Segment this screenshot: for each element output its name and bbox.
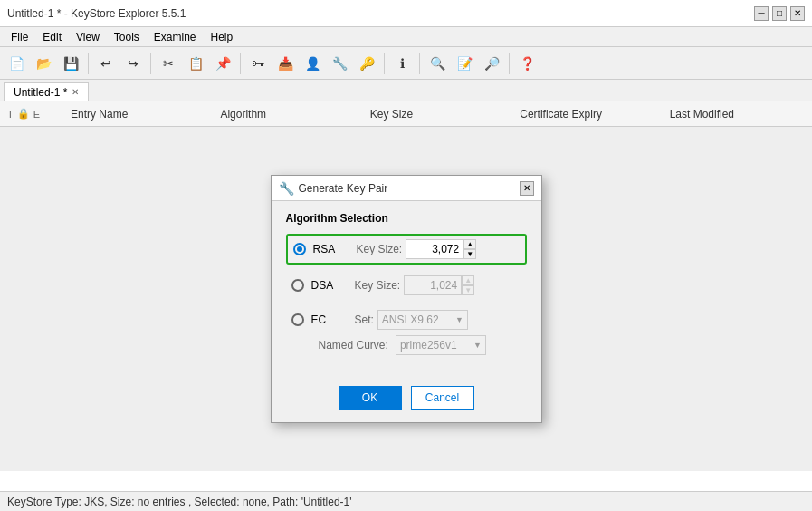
algo-label-ec: EC (311, 313, 348, 326)
dsa-key-size-field: ▲ ▼ (404, 275, 474, 295)
password-button[interactable]: 🔑 (354, 51, 379, 76)
title-bar: Untitled-1 * - KeyStore Explorer 5.5.1 ─… (0, 0, 812, 27)
menu-help[interactable]: Help (204, 29, 241, 45)
separator-6 (509, 53, 510, 74)
menu-edit[interactable]: Edit (35, 29, 69, 45)
separator-1 (88, 53, 89, 74)
generate-button[interactable]: 🔧 (327, 51, 352, 76)
ok-button[interactable]: OK (339, 386, 402, 410)
radio-ec[interactable] (291, 313, 304, 326)
algo-row-dsa[interactable]: DSA Key Size: ▲ ▼ (286, 272, 527, 299)
copy-button[interactable]: 📋 (183, 51, 208, 76)
keystore-button[interactable]: 🗝 (245, 51, 271, 76)
ec-named-curve-dropdown: prime256v1 ▼ (392, 335, 486, 355)
ec-named-curve-row: Named Curve: prime256v1 ▼ (311, 335, 486, 355)
dsa-spin-buttons: ▲ ▼ (462, 275, 474, 295)
minimize-button[interactable]: ─ (754, 6, 769, 21)
tab-label: Untitled-1 * (14, 86, 67, 99)
algo-label-rsa: RSA (313, 243, 349, 256)
tab-close-icon[interactable]: ✕ (72, 87, 79, 97)
ec-named-curve-value: prime256v1 (400, 339, 457, 352)
radio-rsa[interactable] (293, 243, 306, 256)
rsa-spin-buttons: ▲ ▼ (463, 239, 476, 259)
undo-button[interactable]: ↩ (93, 51, 119, 76)
menu-examine[interactable]: Examine (147, 29, 204, 45)
separator-2 (150, 53, 151, 74)
col-expiry: Certificate Expiry (512, 108, 662, 121)
named-curve-arrow-icon: ▼ (473, 341, 482, 350)
ec-named-curve-input: prime256v1 ▼ (396, 335, 486, 355)
key-size-label-rsa: Key Size: (357, 243, 403, 256)
algo-row-ec[interactable]: EC Set: ANSI X9.62 ▼ Named Curve: (286, 306, 527, 359)
generate-key-pair-dialog: 🔧 Generate Key Pair ✕ Algorithm Selectio… (271, 175, 542, 423)
icon-col-2: 🔒 (17, 108, 30, 120)
dialog-body: Algorithm Selection RSA Key Size: ▲ ▼ (272, 201, 541, 377)
toolbar: 📄 📂 💾 ↩ ↪ ✂ 📋 📌 🗝 📥 👤 🔧 🔑 ℹ 🔍 📝 🔎 ❓ (0, 47, 812, 80)
icon-col-1: T (7, 109, 14, 120)
sign-button[interactable]: 📝 (452, 51, 477, 76)
menu-view[interactable]: View (69, 29, 107, 45)
cancel-button[interactable]: Cancel (411, 386, 474, 410)
app-title: Untitled-1 * - KeyStore Explorer 5.5.1 (7, 7, 186, 20)
maximize-button[interactable]: □ (772, 6, 787, 21)
view-button[interactable]: 🔎 (479, 51, 504, 76)
export-button[interactable]: 👤 (300, 51, 325, 76)
icon-col-3: E (33, 109, 40, 120)
separator-4 (384, 53, 385, 74)
dsa-spin-up: ▲ (462, 275, 474, 285)
ec-set-input: ANSI X9.62 ▼ (377, 310, 468, 330)
help-button[interactable]: ❓ (514, 51, 540, 76)
open-button[interactable]: 📂 (31, 51, 56, 76)
verify-button[interactable]: 🔍 (425, 51, 450, 76)
status-bar: KeyStore Type: JKS, Size: no entries , S… (0, 491, 812, 511)
dsa-spin-down: ▼ (462, 285, 474, 295)
ec-main-row: EC Set: ANSI X9.62 ▼ (291, 310, 521, 330)
col-entry-name: Entry Name (63, 108, 213, 121)
separator-5 (419, 53, 420, 74)
main-content: 🔧 Generate Key Pair ✕ Algorithm Selectio… (0, 127, 812, 491)
radio-dsa[interactable] (291, 279, 304, 292)
dialog-title-text: Generate Key Pair (299, 182, 520, 195)
table-header: T 🔒 E Entry Name Algorithm Key Size Cert… (0, 101, 812, 127)
rsa-key-size-input[interactable] (406, 239, 463, 259)
dsa-key-size-input (404, 275, 462, 295)
separator-3 (240, 53, 241, 74)
named-curve-label: Named Curve: (319, 339, 388, 352)
dialog-overlay: 🔧 Generate Key Pair ✕ Algorithm Selectio… (0, 127, 812, 471)
import-button[interactable]: 📥 (272, 51, 298, 76)
algo-label-dsa: DSA (311, 279, 348, 292)
dialog-footer: OK Cancel (272, 377, 541, 422)
dialog-title-bar: 🔧 Generate Key Pair ✕ (272, 176, 541, 201)
menu-file[interactable]: File (4, 29, 35, 45)
menu-bar: File Edit View Tools Examine Help (0, 27, 812, 47)
window-controls: ─ □ ✕ (754, 6, 805, 21)
rsa-key-size-field: ▲ ▼ (406, 239, 476, 259)
tab-bar: Untitled-1 * ✕ (0, 80, 812, 101)
paste-button[interactable]: 📌 (210, 51, 235, 76)
rsa-spin-down[interactable]: ▼ (463, 249, 476, 259)
dialog-title-icon: 🔧 (279, 181, 294, 196)
close-button[interactable]: ✕ (790, 6, 805, 21)
menu-tools[interactable]: Tools (107, 29, 147, 45)
dropdown-arrow-icon: ▼ (455, 315, 463, 324)
redo-button[interactable]: ↪ (120, 51, 146, 76)
key-size-label-dsa: Key Size: (355, 279, 401, 292)
new-button[interactable]: 📄 (4, 51, 29, 76)
status-text: KeyStore Type: JKS, Size: no entries , S… (7, 496, 352, 508)
ec-set-dropdown: ANSI X9.62 ▼ (377, 310, 468, 330)
save-button[interactable]: 💾 (58, 51, 83, 76)
col-modified: Last Modified (663, 108, 812, 121)
col-icons: T 🔒 E (0, 108, 63, 120)
info-button[interactable]: ℹ (389, 51, 415, 76)
set-label-ec: Set: (355, 313, 374, 326)
algo-row-rsa[interactable]: RSA Key Size: ▲ ▼ (286, 234, 527, 265)
tab-untitled[interactable]: Untitled-1 * ✕ (4, 82, 89, 101)
rsa-spin-up[interactable]: ▲ (463, 239, 476, 249)
col-algorithm: Algorithm (213, 108, 362, 121)
dialog-close-button[interactable]: ✕ (520, 181, 534, 196)
ec-set-value: ANSI X9.62 (382, 313, 439, 326)
section-title: Algorithm Selection (286, 212, 527, 225)
cut-button[interactable]: ✂ (156, 51, 181, 76)
col-keysize: Key Size (363, 108, 512, 121)
